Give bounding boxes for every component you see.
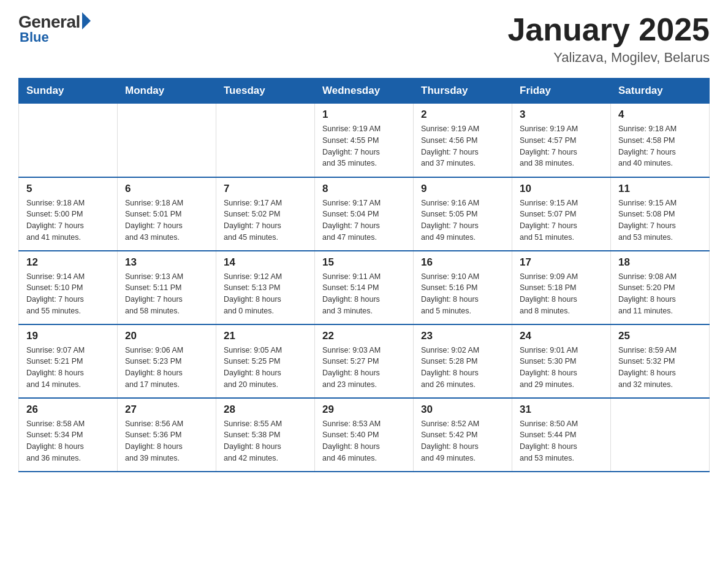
calendar-cell: 24Sunrise: 9:01 AM Sunset: 5:30 PM Dayli… [512,324,611,398]
day-info: Sunrise: 8:56 AM Sunset: 5:36 PM Dayligh… [125,418,208,464]
day-info: Sunrise: 8:55 AM Sunset: 5:38 PM Dayligh… [224,418,307,464]
day-number: 9 [421,183,504,195]
calendar-cell: 28Sunrise: 8:55 AM Sunset: 5:38 PM Dayli… [216,398,315,472]
header-thursday: Thursday [414,79,512,104]
calendar-cell: 10Sunrise: 9:15 AM Sunset: 5:07 PM Dayli… [512,177,611,251]
header-sunday: Sunday [19,79,118,104]
day-info: Sunrise: 9:16 AM Sunset: 5:05 PM Dayligh… [421,197,504,243]
day-info: Sunrise: 9:09 AM Sunset: 5:18 PM Dayligh… [520,271,603,317]
calendar-cell: 15Sunrise: 9:11 AM Sunset: 5:14 PM Dayli… [315,251,414,324]
day-number: 26 [26,404,110,416]
calendar-cell: 22Sunrise: 9:03 AM Sunset: 5:27 PM Dayli… [315,324,414,398]
calendar-cell: 18Sunrise: 9:08 AM Sunset: 5:20 PM Dayli… [611,251,710,324]
location-title: Yalizava, Mogilev, Belarus [507,50,710,66]
day-info: Sunrise: 9:18 AM Sunset: 5:00 PM Dayligh… [26,197,110,243]
day-number: 29 [322,404,406,416]
week-row-4: 19Sunrise: 9:07 AM Sunset: 5:21 PM Dayli… [19,324,710,398]
day-info: Sunrise: 9:06 AM Sunset: 5:23 PM Dayligh… [125,345,208,391]
calendar-cell: 26Sunrise: 8:58 AM Sunset: 5:34 PM Dayli… [19,398,118,472]
calendar-cell: 4Sunrise: 9:18 AM Sunset: 4:58 PM Daylig… [611,104,710,177]
day-number: 21 [224,330,307,342]
day-number: 6 [125,183,208,195]
calendar-cell: 13Sunrise: 9:13 AM Sunset: 5:11 PM Dayli… [118,251,216,324]
day-info: Sunrise: 9:07 AM Sunset: 5:21 PM Dayligh… [26,345,110,391]
week-row-3: 12Sunrise: 9:14 AM Sunset: 5:10 PM Dayli… [19,251,710,324]
title-section: January 2025 Yalizava, Mogilev, Belarus [507,12,710,66]
calendar-cell: 5Sunrise: 9:18 AM Sunset: 5:00 PM Daylig… [19,177,118,251]
week-row-5: 26Sunrise: 8:58 AM Sunset: 5:34 PM Dayli… [19,398,710,472]
day-info: Sunrise: 9:18 AM Sunset: 4:58 PM Dayligh… [618,123,702,169]
day-info: Sunrise: 8:53 AM Sunset: 5:40 PM Dayligh… [322,418,406,464]
day-info: Sunrise: 9:10 AM Sunset: 5:16 PM Dayligh… [421,271,504,317]
calendar-cell: 19Sunrise: 9:07 AM Sunset: 5:21 PM Dayli… [19,324,118,398]
day-info: Sunrise: 9:15 AM Sunset: 5:07 PM Dayligh… [520,197,603,243]
header-wednesday: Wednesday [315,79,414,104]
calendar-cell [611,398,710,472]
day-number: 8 [322,183,406,195]
day-info: Sunrise: 9:02 AM Sunset: 5:28 PM Dayligh… [421,345,504,391]
day-number: 30 [421,404,504,416]
day-number: 1 [322,109,406,121]
day-number: 13 [125,256,208,269]
day-number: 2 [421,109,504,121]
calendar-cell: 3Sunrise: 9:19 AM Sunset: 4:57 PM Daylig… [512,104,611,177]
calendar-cell: 1Sunrise: 9:19 AM Sunset: 4:55 PM Daylig… [315,104,414,177]
day-info: Sunrise: 9:12 AM Sunset: 5:13 PM Dayligh… [224,271,307,317]
day-info: Sunrise: 9:15 AM Sunset: 5:08 PM Dayligh… [618,197,702,243]
day-info: Sunrise: 9:19 AM Sunset: 4:55 PM Dayligh… [322,123,406,169]
logo-blue-text: Blue [18,29,49,45]
day-number: 24 [520,330,603,342]
calendar-cell: 8Sunrise: 9:17 AM Sunset: 5:04 PM Daylig… [315,177,414,251]
day-number: 27 [125,404,208,416]
calendar-cell: 2Sunrise: 9:19 AM Sunset: 4:56 PM Daylig… [414,104,512,177]
day-number: 15 [322,256,406,269]
day-number: 7 [224,183,307,195]
day-number: 20 [125,330,208,342]
header-saturday: Saturday [611,79,710,104]
header-row: SundayMondayTuesdayWednesdayThursdayFrid… [19,79,710,104]
day-number: 4 [618,109,702,121]
calendar-cell: 25Sunrise: 8:59 AM Sunset: 5:32 PM Dayli… [611,324,710,398]
day-info: Sunrise: 9:01 AM Sunset: 5:30 PM Dayligh… [520,345,603,391]
calendar-table: SundayMondayTuesdayWednesdayThursdayFrid… [18,78,710,472]
day-number: 23 [421,330,504,342]
calendar-cell: 31Sunrise: 8:50 AM Sunset: 5:44 PM Dayli… [512,398,611,472]
day-info: Sunrise: 9:18 AM Sunset: 5:01 PM Dayligh… [125,197,208,243]
calendar-cell: 20Sunrise: 9:06 AM Sunset: 5:23 PM Dayli… [118,324,216,398]
calendar-cell: 17Sunrise: 9:09 AM Sunset: 5:18 PM Dayli… [512,251,611,324]
week-row-1: 1Sunrise: 9:19 AM Sunset: 4:55 PM Daylig… [19,104,710,177]
calendar-cell [118,104,216,177]
calendar-cell: 27Sunrise: 8:56 AM Sunset: 5:36 PM Dayli… [118,398,216,472]
calendar-cell: 7Sunrise: 9:17 AM Sunset: 5:02 PM Daylig… [216,177,315,251]
day-number: 5 [26,183,110,195]
week-row-2: 5Sunrise: 9:18 AM Sunset: 5:00 PM Daylig… [19,177,710,251]
day-number: 12 [26,256,110,269]
day-number: 10 [520,183,603,195]
day-info: Sunrise: 9:19 AM Sunset: 4:57 PM Dayligh… [520,123,603,169]
calendar-cell: 30Sunrise: 8:52 AM Sunset: 5:42 PM Dayli… [414,398,512,472]
calendar-cell: 23Sunrise: 9:02 AM Sunset: 5:28 PM Dayli… [414,324,512,398]
day-number: 25 [618,330,702,342]
day-info: Sunrise: 9:17 AM Sunset: 5:02 PM Dayligh… [224,197,307,243]
page-header: General Blue January 2025 Yalizava, Mogi… [18,12,710,66]
day-number: 28 [224,404,307,416]
day-number: 19 [26,330,110,342]
calendar-cell [216,104,315,177]
day-info: Sunrise: 9:03 AM Sunset: 5:27 PM Dayligh… [322,345,406,391]
header-monday: Monday [118,79,216,104]
logo-triangle-icon [82,12,91,29]
calendar-cell: 12Sunrise: 9:14 AM Sunset: 5:10 PM Dayli… [19,251,118,324]
calendar-cell: 16Sunrise: 9:10 AM Sunset: 5:16 PM Dayli… [414,251,512,324]
day-info: Sunrise: 9:14 AM Sunset: 5:10 PM Dayligh… [26,271,110,317]
day-info: Sunrise: 9:13 AM Sunset: 5:11 PM Dayligh… [125,271,208,317]
calendar-cell: 11Sunrise: 9:15 AM Sunset: 5:08 PM Dayli… [611,177,710,251]
calendar-cell: 14Sunrise: 9:12 AM Sunset: 5:13 PM Dayli… [216,251,315,324]
header-friday: Friday [512,79,611,104]
day-number: 16 [421,256,504,269]
logo: General Blue [18,12,91,45]
calendar-cell: 6Sunrise: 9:18 AM Sunset: 5:01 PM Daylig… [118,177,216,251]
day-info: Sunrise: 9:08 AM Sunset: 5:20 PM Dayligh… [618,271,702,317]
day-number: 3 [520,109,603,121]
day-info: Sunrise: 9:05 AM Sunset: 5:25 PM Dayligh… [224,345,307,391]
day-number: 17 [520,256,603,269]
